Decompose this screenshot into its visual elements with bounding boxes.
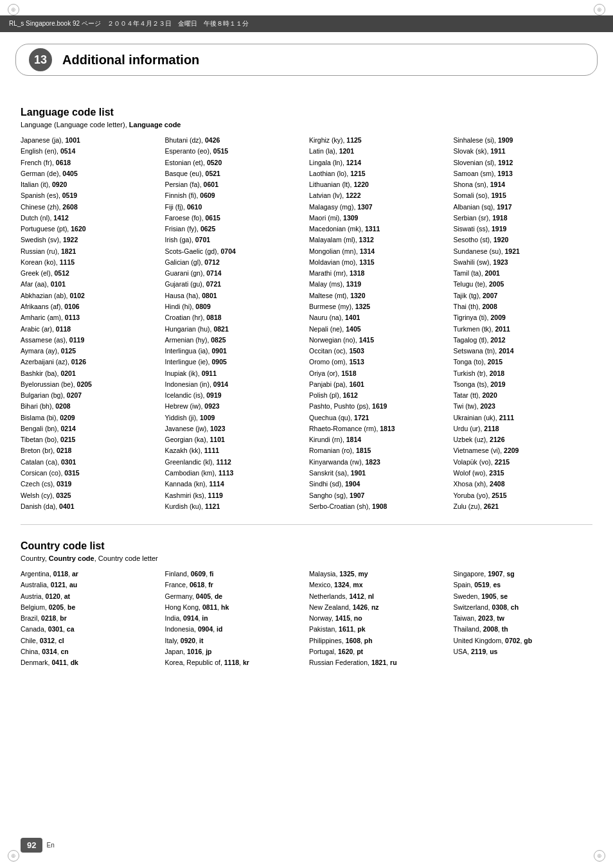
content-area: Language code list Language (Language co…	[0, 76, 613, 696]
list-item: Scots-Gaelic (gd), 0704	[165, 246, 305, 256]
country-column-1: Finland, 0609, fiFrance, 0618, frGermany…	[165, 569, 305, 668]
list-item: Breton (br), 0218	[21, 445, 160, 456]
list-item: Malay (ms), 1319	[309, 279, 449, 289]
list-item: Ukrainian (uk), 2111	[454, 412, 593, 423]
list-item: Kazakh (kk), 1111	[165, 445, 305, 456]
list-item: Denmark, 0411, dk	[21, 657, 160, 668]
top-right-mark: ⊕	[594, 4, 605, 15]
list-item: Siswati (ss), 1919	[454, 224, 593, 234]
list-item: Greek (el), 0512	[21, 268, 160, 278]
list-item: Twi (tw), 2023	[454, 401, 593, 411]
list-item: Inupiak (ik), 0911	[165, 368, 305, 378]
list-item: Occitan (oc), 1503	[309, 346, 449, 356]
list-item: Indonesia, 0904, id	[165, 624, 305, 634]
country-column-0: Argentina, 0118, arAustralia, 0121, auAu…	[21, 569, 160, 668]
list-item: Hebrew (iw), 0923	[165, 401, 305, 411]
list-item: Hindi (hi), 0809	[165, 301, 305, 312]
list-item: Pashto, Pushto (ps), 1619	[309, 401, 449, 411]
list-item: Welsh (cy), 0325	[21, 490, 160, 500]
list-item: Spain, 0519, es	[454, 580, 593, 590]
list-item: Switzerland, 0308, ch	[454, 602, 593, 612]
section-divider	[21, 524, 592, 525]
list-item: Albanian (sq), 1917	[454, 202, 593, 212]
list-item: Frisian (fy), 0625	[165, 224, 305, 234]
list-item: New Zealand, 1426, nz	[309, 602, 449, 612]
list-item: Swedish (sv), 1922	[21, 235, 160, 245]
list-item: Sangho (sg), 1907	[309, 490, 449, 500]
list-item: Laothian (lo), 1215	[309, 168, 449, 179]
list-item: Slovenian (sl), 1912	[454, 157, 593, 168]
country-subtitle-bold1: Country code	[49, 554, 94, 562]
list-item: Interlingua (ia), 0901	[165, 346, 305, 356]
list-item: Hungarian (hu), 0821	[165, 324, 305, 334]
list-item: Hausa (ha), 0801	[165, 290, 305, 301]
list-item: Greenlandic (kl), 1112	[165, 457, 305, 467]
list-item: Interlingue (ie), 0905	[165, 357, 305, 367]
list-item: China, 0314, cn	[21, 646, 160, 657]
list-item: Icelandic (is), 0919	[165, 390, 305, 400]
top-left-mark: ⊕	[8, 4, 19, 15]
list-item: Swahili (sw), 1923	[454, 257, 593, 267]
list-item: Somali (so), 1915	[454, 190, 593, 200]
list-item: Argentina, 0118, ar	[21, 569, 160, 579]
list-item: Czech (cs), 0319	[21, 479, 160, 489]
language-section-subtitle: Language (Language code letter), Languag…	[21, 121, 592, 128]
list-item: Shona (sn), 1914	[454, 179, 593, 190]
list-item: Zulu (zu), 2621	[454, 501, 593, 511]
list-item: India, 0914, in	[165, 613, 305, 623]
list-item: Byelorussian (be), 0205	[21, 379, 160, 389]
list-item: Tsonga (ts), 2019	[454, 379, 593, 389]
list-item: Bulgarian (bg), 0207	[21, 390, 160, 400]
list-item: Slovak (sk), 1911	[454, 146, 593, 156]
list-item: Malayalam (ml), 1312	[309, 235, 449, 245]
list-item: Basque (eu), 0521	[165, 168, 305, 179]
list-item: Chile, 0312, cl	[21, 635, 160, 646]
list-item: Taiwan, 2023, tw	[454, 613, 593, 623]
list-item: Tajik (tg), 2007	[454, 290, 593, 301]
list-item: Turkmen (tk), 2011	[454, 324, 593, 334]
list-item: Tamil (ta), 2001	[454, 268, 593, 278]
list-item: Belgium, 0205, be	[21, 602, 160, 612]
header-text: RL_s Singapore.book 92 ページ ２００４年４月２３日 金曜…	[9, 19, 249, 28]
list-item: Sinhalese (si), 1909	[454, 135, 593, 145]
list-item: Lithuanian (lt), 1220	[309, 179, 449, 190]
list-item: Kirghiz (ky), 1125	[309, 135, 449, 145]
list-item: Latvian (lv), 1222	[309, 190, 449, 200]
list-item: Spanish (es), 0519	[21, 190, 160, 200]
list-item: Korea, Republic of, 1118, kr	[165, 657, 305, 668]
list-item: Thailand, 2008, th	[454, 624, 593, 634]
list-item: Finland, 0609, fi	[165, 569, 305, 579]
list-item: Tigrinya (ti), 2009	[454, 312, 593, 323]
list-item: Serbo-Croatian (sh), 1908	[309, 501, 449, 511]
bottom-corners: ⊕ ⊕	[0, 850, 613, 862]
list-item: Maori (mi), 1309	[309, 213, 449, 223]
list-item: Sesotho (st), 1920	[454, 235, 593, 245]
list-item: Setswana (tn), 2014	[454, 346, 593, 356]
list-item: Estonian (et), 0520	[165, 157, 305, 168]
list-item: German (de), 0405	[21, 168, 160, 179]
country-column-3: Singapore, 1907, sgSpain, 0519, esSweden…	[454, 569, 593, 668]
list-item: Norway, 1415, no	[309, 613, 449, 623]
list-item: Tonga (to), 2015	[454, 357, 593, 367]
list-item: Rhaeto-Romance (rm), 1813	[309, 423, 449, 434]
list-item: Kurdish (ku), 1121	[165, 501, 305, 511]
list-item: Yiddish (ji), 1009	[165, 412, 305, 423]
lang-subtitle-plain: Language (Language code letter),	[21, 121, 129, 128]
list-item: Telugu (te), 2005	[454, 279, 593, 289]
list-item: Assamese (as), 0119	[21, 335, 160, 345]
list-item: Guarani (gn), 0714	[165, 268, 305, 278]
list-item: Azerbaijani (az), 0126	[21, 357, 160, 367]
list-item: Russian (ru), 1821	[21, 246, 160, 256]
list-item: Javanese (jw), 1023	[165, 423, 305, 434]
chapter-title: Additional information	[62, 53, 199, 67]
list-item: French (fr), 0618	[21, 157, 160, 168]
list-item: Bhutani (dz), 0426	[165, 135, 305, 145]
bottom-right-mark: ⊕	[594, 850, 605, 862]
chapter-number: 13	[29, 48, 52, 71]
list-item: Bengali (bn), 0214	[21, 423, 160, 434]
list-item: Sanskrit (sa), 1901	[309, 468, 449, 478]
list-item: Macedonian (mk), 1311	[309, 224, 449, 234]
country-section-title: Country code list	[21, 540, 592, 552]
chapter-header: 13 Additional information	[15, 44, 598, 76]
list-item: Italy, 0920, it	[165, 635, 305, 646]
